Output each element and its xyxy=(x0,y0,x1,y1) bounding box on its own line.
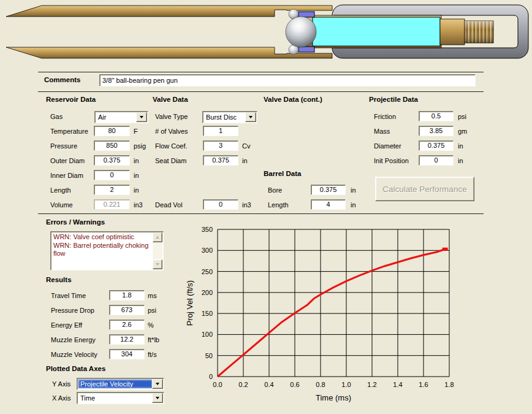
outer-diam-unit: in xyxy=(134,157,139,164)
of-valves-label: # of Valves xyxy=(155,128,188,135)
dropdown-button[interactable] xyxy=(152,393,163,403)
friction-input[interactable]: 0.5 xyxy=(419,111,454,121)
svg-text:0: 0 xyxy=(209,373,213,380)
dead-vol-label: Dead Vol xyxy=(155,201,183,209)
barrel-bottom-wall xyxy=(6,47,332,58)
energy-eff-input[interactable]: 2.6 xyxy=(109,320,145,330)
of-valves-input[interactable]: 1 xyxy=(203,126,238,136)
pen-gun-diagram xyxy=(0,0,532,64)
svg-text:0.4: 0.4 xyxy=(264,381,273,388)
valve-type-select[interactable]: Burst Disc xyxy=(202,111,257,123)
ball-bearing-projectile xyxy=(286,17,316,47)
comments-input[interactable]: 3/8'' ball-bearing pen gun xyxy=(99,74,476,86)
temperature-input[interactable]: 80 xyxy=(94,126,130,136)
init-position-input[interactable]: 0 xyxy=(419,155,454,166)
pressure-unit: psig xyxy=(134,142,146,150)
volume-input: 0.221 xyxy=(94,199,130,210)
valve-data-header: Valve Data xyxy=(153,96,188,103)
length-input[interactable]: 4 xyxy=(311,199,346,210)
dropdown-button[interactable] xyxy=(152,379,163,389)
flow-coef-unit: Cv xyxy=(242,142,250,150)
fitting-block xyxy=(440,19,465,45)
chevron-down-icon xyxy=(156,383,159,385)
init-position-label: Init Position xyxy=(374,157,409,164)
travel-time-input[interactable]: 1.8 xyxy=(109,290,145,301)
barrel-data-header: Barrel Data xyxy=(264,170,301,177)
gas-select[interactable]: Air xyxy=(94,111,148,123)
air-reservoir xyxy=(313,17,440,46)
svg-text:0.0: 0.0 xyxy=(213,381,222,388)
errors-scrollbar[interactable] xyxy=(153,232,162,269)
temperature-label: Temperature xyxy=(50,128,88,135)
svg-text:1.4: 1.4 xyxy=(393,381,402,388)
muzzle-velocity-input[interactable]: 304 xyxy=(109,349,145,359)
pen-gun-simulator-window: { "colors": { "bg": "#ECE9D8", "highligh… xyxy=(0,0,532,414)
svg-text:1.8: 1.8 xyxy=(444,381,454,388)
muzzle-energy-input[interactable]: 12.2 xyxy=(109,334,145,345)
svg-text:300: 300 xyxy=(202,247,213,254)
diameter-label: Diameter xyxy=(374,142,401,150)
chevron-down-icon xyxy=(156,397,159,399)
comments-label: Comments xyxy=(44,76,80,83)
svg-text:200: 200 xyxy=(202,289,213,296)
x-axis-select[interactable]: Time xyxy=(77,392,164,404)
errors-warnings-header: Errors / Warnings xyxy=(46,218,105,226)
calculate-performance-button[interactable]: Calculate Performance xyxy=(375,177,474,201)
mass-input[interactable]: 3.85 xyxy=(419,126,454,136)
dropdown-button[interactable] xyxy=(136,112,147,122)
svg-text:100: 100 xyxy=(202,331,213,338)
travel-time-unit: ms xyxy=(148,292,157,299)
flow-coef-input[interactable]: 3 xyxy=(203,140,238,151)
separator-above-results xyxy=(38,213,484,214)
y-axis-label: Y Axis xyxy=(52,380,70,388)
velocity-curve xyxy=(218,249,446,377)
velocity-chart: 0.00.20.40.60.81.01.21.41.61.80501001502… xyxy=(184,226,515,410)
scroll-down-button[interactable] xyxy=(153,259,162,269)
y-axis-select[interactable]: Projectile Velocity xyxy=(77,378,164,390)
pressure-drop-input[interactable]: 673 xyxy=(109,305,145,315)
length-input[interactable]: 2 xyxy=(94,185,130,195)
seat-diam-input[interactable]: 0.375 xyxy=(203,155,238,166)
energy-eff-label: Energy Eff xyxy=(51,321,82,329)
gas-label: Gas xyxy=(50,113,63,120)
pressure-input[interactable]: 850 xyxy=(94,140,130,151)
friction-label: Friction xyxy=(374,113,396,120)
svg-text:50: 50 xyxy=(205,352,213,359)
energy-eff-unit: % xyxy=(148,321,154,329)
thread-shading xyxy=(465,21,493,43)
barrel-top-wall xyxy=(6,6,332,17)
burst-disc-bottom xyxy=(298,47,314,52)
inner-diam-label: Inner Diam xyxy=(50,172,83,179)
travel-time-label: Travel Time xyxy=(51,292,86,299)
inner-diam-input[interactable]: 0 xyxy=(94,170,130,180)
projectile-data-header: Projectile Data xyxy=(369,96,418,103)
dropdown-button[interactable] xyxy=(245,112,256,122)
valve-data-cont-header: Valve Data (cont.) xyxy=(264,96,322,103)
svg-text:0.2: 0.2 xyxy=(238,381,248,388)
svg-text:1.0: 1.0 xyxy=(341,381,351,388)
errors-warnings-box[interactable]: WRN: Valve coef optimistic WRN: Barrel p… xyxy=(50,231,164,270)
dead-vol-input[interactable]: 0 xyxy=(203,199,238,210)
muzzle-velocity-label: Muzzle Velocity xyxy=(51,351,97,358)
length-unit: in xyxy=(351,201,356,209)
dead-vol-unit: in3 xyxy=(242,201,251,209)
volume-label: Volume xyxy=(50,201,73,209)
inner-diam-unit: in xyxy=(134,172,139,179)
chart-ylabel: Proj Vel (ft/s) xyxy=(185,280,194,326)
scroll-up-button[interactable] xyxy=(153,232,162,242)
seat-diam-unit: in xyxy=(242,157,248,164)
bore-label: Bore xyxy=(268,186,282,194)
temperature-unit: F xyxy=(134,128,138,135)
gas-value: Air xyxy=(96,113,137,121)
valve-type-value: Burst Disc xyxy=(204,113,246,121)
diameter-unit: in xyxy=(458,142,463,150)
diameter-input[interactable]: 0.375 xyxy=(419,140,454,151)
outer-diam-input[interactable]: 0.375 xyxy=(94,155,130,166)
curve-end-marker xyxy=(443,248,448,251)
length-label: Length xyxy=(268,201,289,209)
flow-coef-label: Flow Coef. xyxy=(155,142,188,150)
bore-input[interactable]: 0.375 xyxy=(311,185,346,195)
plotted-data-axes-header: Plotted Data Axes xyxy=(46,365,105,372)
separator-top xyxy=(38,72,484,72)
volume-unit: in3 xyxy=(134,201,143,209)
